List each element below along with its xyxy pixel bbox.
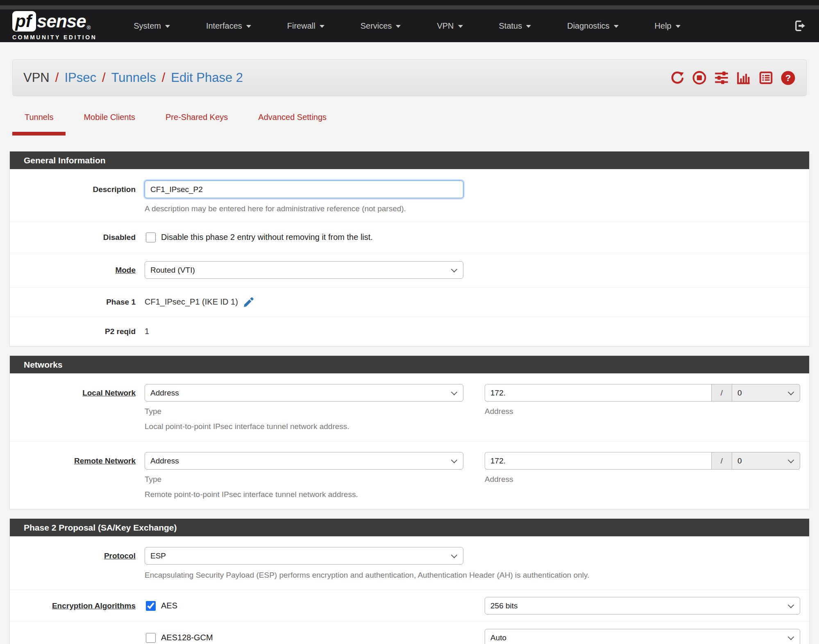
bar-chart-icon[interactable] [736, 70, 751, 85]
chevron-down-icon [526, 25, 531, 28]
form-row-mode: Mode Routed (VTI) [10, 253, 809, 287]
breadcrumb-bar: VPN / IPsec / Tunnels / Edit Phase 2 [12, 59, 807, 96]
encryption-algorithms-label: Encryption Algorithms [10, 597, 136, 615]
pf-logo-mark: pf [12, 11, 36, 32]
logo-wordmark: sense [37, 12, 86, 30]
local-network-address-caption: Address [485, 407, 800, 416]
aes-checkbox[interactable] [146, 601, 156, 611]
remote-network-address-caption: Address [485, 475, 800, 484]
breadcrumb-edit-phase-2[interactable]: Edit Phase 2 [171, 70, 243, 85]
local-network-help: Local point-to-point IPsec interface tun… [145, 422, 463, 431]
mode-select[interactable]: Routed (VTI) [145, 261, 463, 279]
nav-item-firewall[interactable]: Firewall [269, 21, 343, 31]
aes-checkbox-label: AES [161, 601, 177, 610]
panel-title-networks: Networks [10, 356, 809, 373]
aes128gcm-checkbox[interactable] [146, 633, 156, 643]
form-row-remote-network: Remote Network Address Type Remote point… [10, 441, 809, 509]
nav-item-diagnostics[interactable]: Diagnostics [549, 21, 636, 31]
form-row-description: Description A description may be entered… [10, 169, 809, 222]
pfsense-edit-phase2-page: pf sense ® COMMUNITY EDITION System Inte… [0, 0, 819, 644]
form-row-encryption-aes: Encryption Algorithms AES 256 bits [10, 590, 809, 622]
breadcrumb-separator: / [102, 70, 106, 85]
pfsense-logo[interactable]: pf sense ® COMMUNITY EDITION [12, 11, 97, 41]
p2reqid-value: 1 [145, 327, 149, 336]
remote-network-prefix-select[interactable]: 0 [732, 452, 800, 470]
window-chrome-band [0, 5, 819, 9]
window-chrome-strip [0, 0, 819, 5]
breadcrumb-vpn: VPN [23, 70, 50, 85]
remote-network-type-select[interactable]: Address [145, 452, 463, 470]
chevron-down-icon [614, 25, 619, 28]
aes128gcm-keylength-select[interactable]: Auto [485, 629, 800, 644]
remote-network-type-caption: Type [145, 475, 463, 484]
form-row-local-network: Local Network Address Type Local point-t… [10, 373, 809, 441]
phase1-label: Phase 1 [10, 293, 136, 311]
protocol-help: Encapsulating Security Payload (ESP) per… [145, 571, 809, 580]
remote-network-label: Remote Network [10, 452, 136, 470]
form-row-protocol: Protocol ESP Encapsulating Security Payl… [10, 536, 809, 590]
protocol-select[interactable]: ESP [145, 547, 463, 565]
form-row-p2reqid: P2 reqid 1 [10, 317, 809, 346]
chevron-down-icon [458, 25, 463, 28]
description-input[interactable] [145, 181, 463, 198]
logo-subtitle: COMMUNITY EDITION [12, 34, 97, 41]
nav-item-vpn[interactable]: VPN [419, 21, 481, 31]
nav-item-interfaces[interactable]: Interfaces [188, 21, 269, 31]
main-menu: System Interfaces Firewall Services VPN … [116, 21, 698, 31]
breadcrumb-separator: / [162, 70, 166, 85]
panel-title-phase2-proposal: Phase 2 Proposal (SA/Key Exchange) [10, 519, 809, 536]
breadcrumb: VPN / IPsec / Tunnels / Edit Phase 2 [23, 70, 243, 85]
help-icon[interactable]: ? [780, 70, 796, 86]
sign-out-icon[interactable] [794, 20, 807, 32]
registered-mark: ® [87, 25, 91, 31]
breadcrumb-ipsec[interactable]: IPsec [64, 70, 96, 85]
refresh-icon[interactable] [670, 70, 685, 85]
nav-item-services[interactable]: Services [343, 21, 419, 31]
local-network-type-select[interactable]: Address [145, 384, 463, 402]
address-prefix-separator: / [711, 384, 732, 402]
chevron-down-icon [246, 25, 251, 28]
mode-label: Mode [10, 261, 136, 279]
remote-network-address-input[interactable] [485, 452, 711, 470]
description-label: Description [10, 181, 136, 198]
panel-general-information: General Information Description A descri… [9, 151, 810, 346]
chevron-down-icon [396, 25, 401, 28]
form-row-encryption-aes128gcm: AES128-GCM Auto [10, 622, 809, 644]
aes-keylength-select[interactable]: 256 bits [485, 597, 800, 615]
local-network-label: Local Network [10, 384, 136, 402]
chevron-down-icon [676, 25, 681, 28]
log-icon[interactable] [758, 70, 774, 85]
tab-advanced-settings[interactable]: Advanced Settings [246, 113, 339, 136]
tab-tunnels[interactable]: Tunnels [12, 113, 66, 136]
chevron-down-icon [165, 25, 170, 28]
panel-networks: Networks Local Network Address Type Loca… [9, 355, 810, 509]
address-prefix-separator: / [711, 452, 732, 470]
protocol-label: Protocol [10, 547, 136, 565]
tab-pre-shared-keys[interactable]: Pre-Shared Keys [153, 113, 240, 136]
local-network-type-caption: Type [145, 407, 463, 416]
breadcrumb-tunnels[interactable]: Tunnels [111, 70, 156, 85]
edit-pencil-icon[interactable] [243, 296, 255, 308]
description-help: A description may be entered here for ad… [145, 204, 809, 213]
chevron-down-icon [320, 25, 324, 28]
nav-item-help[interactable]: Help [637, 21, 699, 31]
nav-item-status[interactable]: Status [481, 21, 549, 31]
stop-circle-icon[interactable] [692, 70, 707, 85]
p2reqid-label: P2 reqid [10, 323, 136, 340]
panel-phase2-proposal: Phase 2 Proposal (SA/Key Exchange) Proto… [9, 518, 810, 644]
remote-network-help: Remote point-to-point IPsec interface tu… [145, 490, 463, 499]
page-action-icons: ? [670, 70, 796, 86]
tab-bar: Tunnels Mobile Clients Pre-Shared Keys A… [12, 113, 807, 136]
sliders-icon[interactable] [714, 70, 729, 85]
phase1-value: CF1_IPsec_P1 (IKE ID 1) [145, 297, 238, 307]
tab-mobile-clients[interactable]: Mobile Clients [71, 113, 147, 136]
disabled-checkbox[interactable] [146, 233, 156, 242]
form-row-phase1: Phase 1 CF1_IPsec_P1 (IKE ID 1) [10, 287, 809, 317]
disabled-label: Disabled [10, 228, 136, 246]
top-navbar: pf sense ® COMMUNITY EDITION System Inte… [0, 9, 819, 42]
local-network-address-input[interactable] [485, 384, 711, 402]
local-network-prefix-select[interactable]: 0 [732, 384, 800, 402]
disabled-checkbox-label: Disable this phase 2 entry without remov… [161, 233, 373, 242]
svg-text:?: ? [785, 73, 791, 83]
nav-item-system[interactable]: System [116, 21, 188, 31]
